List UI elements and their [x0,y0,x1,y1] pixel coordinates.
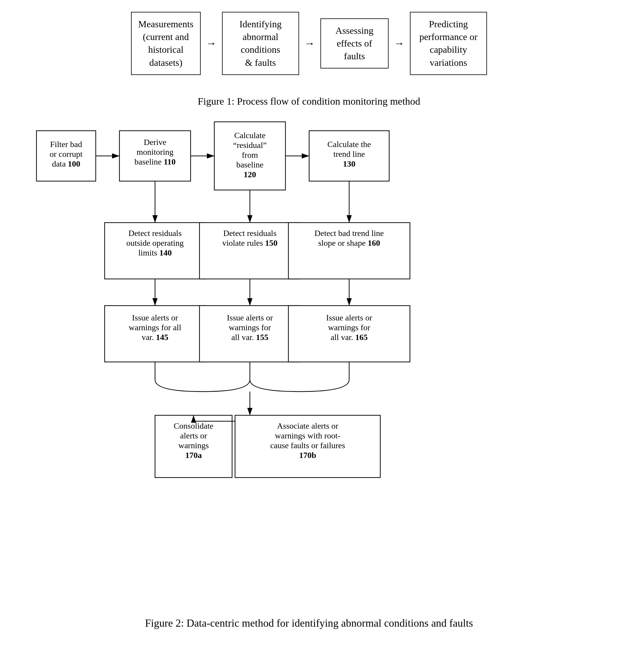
svg-text:Detect residuals: Detect residuals [223,228,277,238]
svg-text:170b: 170b [299,451,316,460]
figure2: Filter bad or corrupt data 100 Derive mo… [18,113,600,629]
svg-text:Consolidate: Consolidate [174,421,213,430]
svg-text:trend line: trend line [333,150,365,159]
svg-text:baseline: baseline [236,160,264,169]
svg-text:Detect residuals: Detect residuals [128,228,182,238]
svg-text:baseline 110: baseline 110 [134,157,176,166]
arrow-2-3: → [304,37,315,50]
svg-text:130: 130 [343,159,355,168]
svg-text:Calculate: Calculate [234,131,266,140]
svg-text:warnings for: warnings for [328,323,370,332]
svg-text:var. 145: var. 145 [141,332,168,342]
svg-text:all var. 155: all var. 155 [231,332,268,342]
svg-text:alerts or: alerts or [180,431,207,440]
arrow-3-4: → [394,37,405,50]
svg-text:all var. 165: all var. 165 [330,332,368,342]
svg-text:data 100: data 100 [52,159,80,168]
svg-text:violate rules 150: violate rules 150 [222,238,278,248]
svg-text:Issue alerts or: Issue alerts or [326,313,372,322]
svg-text:Detect bad trend line: Detect bad trend line [314,228,384,238]
svg-text:slope or shape 160: slope or shape 160 [318,238,380,248]
svg-text:Filter bad: Filter bad [50,139,82,149]
svg-text:Issue alerts or: Issue alerts or [227,313,273,322]
svg-text:Derive: Derive [143,137,166,147]
page-root: Measurements(current andhistoricaldatase… [18,12,600,629]
figure2-svg: Filter bad or corrupt data 100 Derive mo… [27,113,591,602]
svg-text:limits 140: limits 140 [138,248,172,257]
svg-text:Associate alerts or: Associate alerts or [277,421,338,430]
svg-text:from: from [241,150,258,160]
svg-text:Calculate the: Calculate the [327,139,371,149]
svg-text:or corrupt: or corrupt [49,150,82,159]
svg-text:warnings: warnings [178,441,209,450]
arrow-1-2: → [206,37,217,50]
f1-box-measurements: Measurements(current andhistoricaldatase… [131,12,201,75]
figure2-caption: Figure 2: Data-centric method for identi… [145,617,473,629]
figure1: Measurements(current andhistoricaldatase… [131,12,487,78]
svg-text:170a: 170a [185,451,202,460]
svg-text:cause faults or failures: cause faults or failures [270,441,345,450]
svg-text:warnings for all: warnings for all [129,323,181,332]
svg-text:outside operating: outside operating [126,238,184,248]
svg-text:120: 120 [244,170,256,179]
figure1-caption: Figure 1: Process flow of condition moni… [198,96,420,107]
svg-text:warnings with root-: warnings with root- [275,431,340,440]
f1-box-predicting: Predictingperformance orcapabilityvariat… [410,12,487,75]
svg-text:warnings for: warnings for [228,323,271,332]
figure1-flow: Measurements(current andhistoricaldatase… [131,12,487,75]
f1-box-assessing: Assessingeffects offaults [320,18,389,69]
f1-box-identifying: Identifyingabnormalconditions& faults [222,12,299,75]
svg-text:“residual”: “residual” [233,140,267,150]
svg-text:monitoring: monitoring [136,147,173,157]
svg-text:Issue alerts or: Issue alerts or [132,313,178,322]
